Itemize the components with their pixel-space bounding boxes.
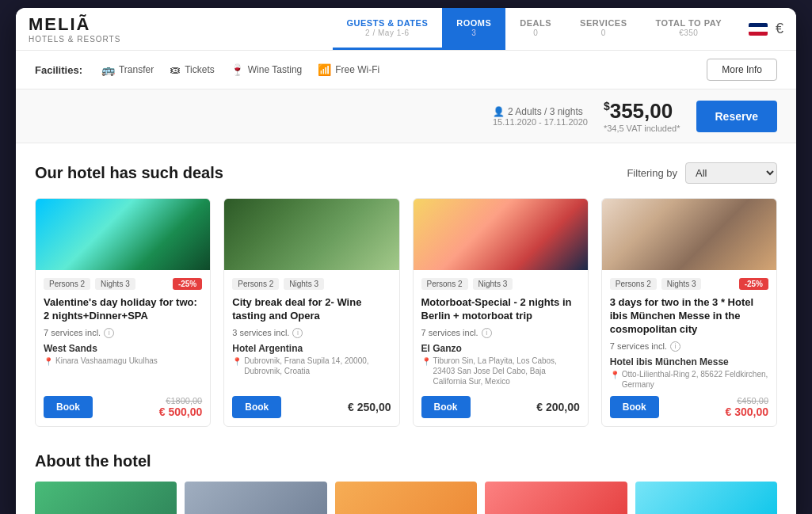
services-info-icon-3[interactable]: i — [482, 328, 492, 338]
logo-area: MELIÃ HOTELS & RESORTS — [29, 14, 120, 44]
nav-step-deals[interactable]: DEALS 0 — [505, 8, 566, 50]
main-content: Our hotel has such deals Filtering by Al… — [16, 143, 796, 514]
deal-tags-4: Persons 2 Nights 3 -25% — [610, 278, 768, 290]
deal-hotel-2: Hotel Argentina — [232, 343, 391, 354]
final-price-3: € 200,00 — [536, 401, 580, 413]
deal-location-2: 📍 Dubrovnik, Frana Supila 14, 20000, Dub… — [232, 356, 391, 390]
about-section-title: About the hotel — [35, 452, 777, 470]
top-nav: MELIÃ HOTELS & RESORTS GUESTS & DATES 2 … — [16, 8, 796, 51]
nav-step-total[interactable]: TOTAL TO PAY €350 — [642, 8, 736, 50]
filter-area: Filtering by All Best Value Discount — [627, 162, 777, 184]
deal-tags-1: Persons 2 Nights 3 -25% — [44, 278, 202, 290]
language-flag-icon[interactable] — [749, 23, 768, 36]
nights-tag-2: Nights 3 — [284, 278, 324, 290]
deal-image-3 — [414, 199, 588, 270]
nav-step-guests-dates[interactable]: GUESTS & DATES 2 / May 1-6 — [333, 8, 443, 50]
deal-prices-1: €1800,00 € 500,00 — [159, 396, 203, 418]
about-images — [35, 482, 777, 514]
deal-body-4: Persons 2 Nights 3 -25% 3 days for two i… — [602, 270, 776, 426]
price-note: *34,5 VAT included* — [604, 124, 680, 133]
persons-tag-4: Persons 2 — [610, 278, 657, 290]
about-image-2 — [185, 482, 326, 514]
final-price-4: € 300,00 — [726, 405, 769, 418]
persons-tag-1: Persons 2 — [44, 278, 90, 290]
book-button-1[interactable]: Book — [44, 396, 93, 418]
about-image-4 — [485, 482, 627, 514]
booking-dates: 15.11.2020 - 17.11.2020 — [493, 117, 588, 127]
deal-title-4: 3 days for two in the 3 * Hotel ibis Mün… — [610, 296, 768, 337]
currency-selector[interactable]: € — [776, 21, 783, 37]
persons-tag-2: Persons 2 — [232, 278, 279, 290]
tickets-icon: 🎟 — [170, 63, 181, 76]
deal-title-3: Motorboat-Special - 2 nights in Berlin +… — [421, 296, 580, 323]
deal-location-1: 📍 Kinara Vashaamagu Ukulhas — [44, 356, 202, 390]
brand-logo: MELIÃ HOTELS & RESORTS — [29, 14, 120, 44]
facilities-label: Facilities: — [35, 64, 82, 76]
deal-image-4 — [602, 199, 776, 270]
deal-services-4: 7 services incl. i — [610, 341, 768, 352]
about-image-1 — [35, 482, 177, 514]
deal-services-1: 7 services incl. i — [44, 328, 202, 338]
discount-badge-1: -25% — [173, 278, 202, 290]
pin-icon-2: 📍 — [232, 356, 242, 367]
deal-prices-3: € 200,00 — [536, 401, 580, 413]
book-button-4[interactable]: Book — [610, 396, 659, 418]
pin-icon-1: 📍 — [44, 356, 53, 367]
deal-body-2: Persons 2 Nights 3 City break deal for 2… — [224, 270, 398, 426]
deals-grid: Persons 2 Nights 3 -25% Valentine's day … — [35, 198, 777, 427]
deal-hotel-3: El Ganzo — [421, 343, 580, 354]
services-info-icon-1[interactable]: i — [104, 328, 114, 338]
discount-badge-4: -25% — [739, 278, 768, 290]
deal-footer-2: Book € 250,00 — [232, 396, 391, 418]
deal-tags-3: Persons 2 Nights 3 — [421, 278, 580, 290]
deal-footer-3: Book € 200,00 — [421, 396, 580, 418]
nights-tag-4: Nights 3 — [661, 278, 702, 290]
facility-wifi: 📶 Free Wi-Fi — [318, 63, 379, 76]
book-button-2[interactable]: Book — [232, 396, 281, 418]
pin-icon-4: 📍 — [610, 370, 619, 380]
deal-card-4: Persons 2 Nights 3 -25% 3 days for two i… — [601, 198, 777, 427]
about-image-5 — [635, 482, 777, 514]
deal-title-1: Valentine's day holiday for two: 2 night… — [44, 296, 202, 323]
original-price-4: €450,00 — [737, 396, 768, 405]
deal-services-2: 3 services incl. i — [232, 328, 391, 338]
wine-tasting-icon: 🍷 — [231, 63, 244, 76]
services-info-icon-2[interactable]: i — [292, 328, 303, 338]
services-info-icon-4[interactable]: i — [670, 341, 680, 352]
deal-hotel-4: Hotel ibis München Messe — [610, 356, 768, 367]
deal-prices-2: € 250,00 — [348, 401, 391, 413]
final-price-2: € 250,00 — [348, 401, 391, 413]
more-info-button[interactable]: More Info — [707, 59, 777, 81]
facility-wine-tasting: 🍷 Wine Tasting — [231, 63, 302, 76]
deal-footer-1: Book €1800,00 € 500,00 — [44, 396, 202, 418]
nav-steps: GUESTS & DATES 2 / May 1-6 ROOMS 3 DEALS… — [144, 8, 736, 50]
facilities-bar: Facilities: 🚌 Transfer 🎟 Tickets 🍷 Wine … — [16, 51, 796, 89]
reserve-button[interactable]: Reserve — [696, 101, 778, 132]
deal-card-1: Persons 2 Nights 3 -25% Valentine's day … — [35, 198, 211, 427]
deals-section-header: Our hotel has such deals Filtering by Al… — [35, 162, 777, 184]
booking-info: 👤 2 Adults / 3 nights 15.11.2020 - 17.11… — [493, 106, 588, 127]
price-display: $355,00 *34,5 VAT included* — [604, 99, 680, 133]
persons-tag-3: Persons 2 — [421, 278, 468, 290]
filter-select[interactable]: All Best Value Discount — [685, 162, 777, 184]
booking-bar: 👤 2 Adults / 3 nights 15.11.2020 - 17.11… — [16, 89, 796, 143]
deal-footer-4: Book €450,00 € 300,00 — [610, 396, 768, 418]
nav-step-services[interactable]: SERVICES 0 — [566, 8, 641, 50]
wifi-icon: 📶 — [318, 63, 331, 76]
nav-step-rooms[interactable]: ROOMS 3 — [442, 8, 505, 50]
nav-right: € — [749, 21, 783, 37]
deal-hotel-1: West Sands — [44, 343, 202, 354]
deal-prices-4: €450,00 € 300,00 — [726, 396, 769, 418]
deal-body-3: Persons 2 Nights 3 Motorboat-Special - 2… — [414, 270, 588, 426]
deal-image-2 — [224, 199, 398, 270]
deal-location-3: 📍 Tiburon Sin, La Playita, Los Cabos, 23… — [421, 356, 580, 390]
about-image-3 — [335, 482, 477, 514]
pin-icon-3: 📍 — [421, 356, 431, 367]
deal-body-1: Persons 2 Nights 3 -25% Valentine's day … — [36, 270, 210, 426]
browser-window: MELIÃ HOTELS & RESORTS GUESTS & DATES 2 … — [16, 8, 796, 514]
final-price-1: € 500,00 — [159, 405, 203, 418]
booking-price: $355,00 — [604, 99, 680, 124]
book-button-3[interactable]: Book — [421, 396, 471, 418]
deal-tags-2: Persons 2 Nights 3 — [232, 278, 391, 290]
facility-tickets: 🎟 Tickets — [170, 63, 215, 76]
